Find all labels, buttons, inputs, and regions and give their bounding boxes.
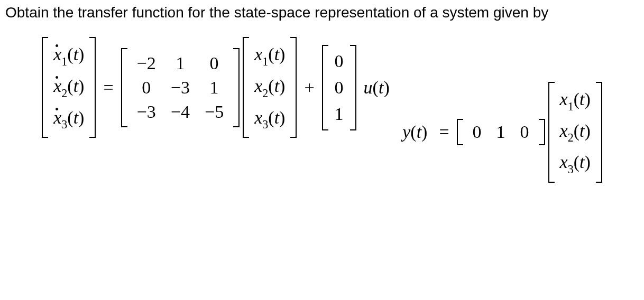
xdot-1: x•1(t) [50, 40, 87, 72]
C-matrix: 0 1 0 [457, 119, 545, 145]
A-2-2: −5 [197, 100, 231, 124]
problem-prompt: Obtain the transfer function for the sta… [5, 4, 639, 21]
A-1-1: −3 [163, 76, 197, 100]
A-0-2: 0 [197, 51, 231, 76]
A-2-0: −3 [130, 100, 163, 124]
A-0-0: −2 [130, 51, 163, 76]
B-vector: 0 0 1 [322, 45, 356, 130]
equals-sign-2: = [435, 122, 453, 142]
u-of-t: u(t) [360, 78, 394, 98]
equation-block: x•1(t) x•2(t) x•3(t) = −2 1 0 0 −3 1 −3 … [5, 37, 639, 199]
C-1: 1 [489, 122, 513, 142]
x-3: x3(t) [251, 104, 288, 135]
state-equation: x•1(t) x•2(t) x•3(t) = −2 1 0 0 −3 1 −3 … [42, 37, 394, 138]
x-1-out: x1(t) [557, 85, 594, 117]
A-1-2: 1 [197, 76, 231, 100]
B-1: 0 [330, 74, 348, 101]
A-0-1: 1 [163, 51, 197, 76]
x-2-out: x2(t) [557, 117, 594, 148]
x-3-out: x3(t) [557, 148, 594, 180]
x-2: x2(t) [251, 72, 288, 104]
C-2: 0 [513, 122, 537, 142]
xdot-3: x•3(t) [50, 104, 87, 135]
B-2: 1 [330, 101, 348, 127]
A-2-1: −4 [163, 100, 197, 124]
xdot-vector: x•1(t) x•2(t) x•3(t) [42, 37, 96, 138]
A-1-0: 0 [130, 76, 163, 100]
x-1: x1(t) [251, 40, 288, 72]
xdot-2: x•2(t) [50, 72, 87, 104]
plus-sign: + [300, 78, 318, 98]
A-matrix: −2 1 0 0 −3 1 −3 −4 −5 [121, 48, 240, 127]
equals-sign: = [99, 78, 117, 98]
C-0: 0 [465, 122, 489, 142]
output-equation: y(t) = 0 1 0 x1(t) x2(t) x3(t) [398, 82, 602, 183]
B-0: 0 [330, 48, 348, 74]
y-of-t: y(t) [398, 122, 431, 142]
x-vector: x1(t) x2(t) x3(t) [243, 37, 297, 138]
x-vector-output: x1(t) x2(t) x3(t) [548, 82, 602, 183]
